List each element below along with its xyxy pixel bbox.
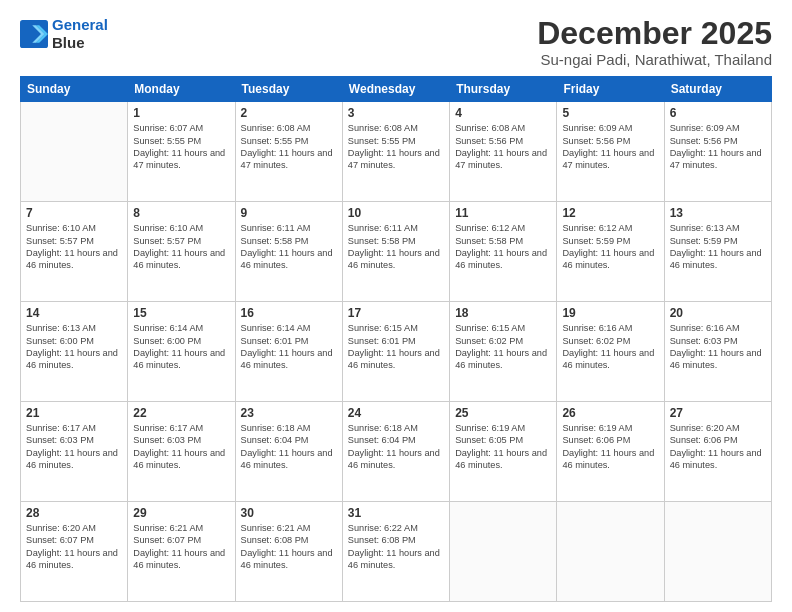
cell-date: 12 [562, 206, 658, 220]
cell-info: Sunrise: 6:10 AMSunset: 5:57 PMDaylight:… [26, 222, 122, 272]
calendar-cell: 11Sunrise: 6:12 AMSunset: 5:58 PMDayligh… [450, 202, 557, 302]
calendar-cell: 27Sunrise: 6:20 AMSunset: 6:06 PMDayligh… [664, 402, 771, 502]
calendar-cell: 17Sunrise: 6:15 AMSunset: 6:01 PMDayligh… [342, 302, 449, 402]
cell-date: 30 [241, 506, 337, 520]
calendar-week-0: 1Sunrise: 6:07 AMSunset: 5:55 PMDaylight… [21, 102, 772, 202]
cell-info: Sunrise: 6:09 AMSunset: 5:56 PMDaylight:… [670, 122, 766, 172]
calendar-cell: 29Sunrise: 6:21 AMSunset: 6:07 PMDayligh… [128, 502, 235, 602]
calendar-header-thursday: Thursday [450, 77, 557, 102]
cell-info: Sunrise: 6:19 AMSunset: 6:05 PMDaylight:… [455, 422, 551, 472]
cell-info: Sunrise: 6:08 AMSunset: 5:55 PMDaylight:… [348, 122, 444, 172]
logo-line2: Blue [52, 34, 108, 52]
cell-info: Sunrise: 6:14 AMSunset: 6:01 PMDaylight:… [241, 322, 337, 372]
cell-info: Sunrise: 6:20 AMSunset: 6:07 PMDaylight:… [26, 522, 122, 572]
calendar-table: SundayMondayTuesdayWednesdayThursdayFrid… [20, 76, 772, 602]
calendar-cell: 6Sunrise: 6:09 AMSunset: 5:56 PMDaylight… [664, 102, 771, 202]
calendar-cell: 13Sunrise: 6:13 AMSunset: 5:59 PMDayligh… [664, 202, 771, 302]
logo-icon [20, 20, 48, 48]
calendar-week-2: 14Sunrise: 6:13 AMSunset: 6:00 PMDayligh… [21, 302, 772, 402]
cell-info: Sunrise: 6:21 AMSunset: 6:07 PMDaylight:… [133, 522, 229, 572]
cell-date: 16 [241, 306, 337, 320]
calendar-header-wednesday: Wednesday [342, 77, 449, 102]
cell-date: 10 [348, 206, 444, 220]
cell-info: Sunrise: 6:16 AMSunset: 6:03 PMDaylight:… [670, 322, 766, 372]
cell-info: Sunrise: 6:11 AMSunset: 5:58 PMDaylight:… [241, 222, 337, 272]
calendar-week-4: 28Sunrise: 6:20 AMSunset: 6:07 PMDayligh… [21, 502, 772, 602]
main-title: December 2025 [537, 16, 772, 51]
subtitle: Su-ngai Padi, Narathiwat, Thailand [537, 51, 772, 68]
calendar-cell: 15Sunrise: 6:14 AMSunset: 6:00 PMDayligh… [128, 302, 235, 402]
cell-date: 5 [562, 106, 658, 120]
cell-date: 20 [670, 306, 766, 320]
cell-date: 2 [241, 106, 337, 120]
cell-info: Sunrise: 6:08 AMSunset: 5:55 PMDaylight:… [241, 122, 337, 172]
cell-date: 18 [455, 306, 551, 320]
calendar-cell: 31Sunrise: 6:22 AMSunset: 6:08 PMDayligh… [342, 502, 449, 602]
calendar-header-tuesday: Tuesday [235, 77, 342, 102]
calendar-week-3: 21Sunrise: 6:17 AMSunset: 6:03 PMDayligh… [21, 402, 772, 502]
calendar-cell: 21Sunrise: 6:17 AMSunset: 6:03 PMDayligh… [21, 402, 128, 502]
cell-date: 23 [241, 406, 337, 420]
cell-info: Sunrise: 6:07 AMSunset: 5:55 PMDaylight:… [133, 122, 229, 172]
calendar-week-1: 7Sunrise: 6:10 AMSunset: 5:57 PMDaylight… [21, 202, 772, 302]
cell-info: Sunrise: 6:16 AMSunset: 6:02 PMDaylight:… [562, 322, 658, 372]
page: General Blue December 2025 Su-ngai Padi,… [0, 0, 792, 612]
cell-info: Sunrise: 6:21 AMSunset: 6:08 PMDaylight:… [241, 522, 337, 572]
cell-info: Sunrise: 6:22 AMSunset: 6:08 PMDaylight:… [348, 522, 444, 572]
calendar-header-saturday: Saturday [664, 77, 771, 102]
cell-info: Sunrise: 6:15 AMSunset: 6:02 PMDaylight:… [455, 322, 551, 372]
title-block: December 2025 Su-ngai Padi, Narathiwat, … [537, 16, 772, 68]
cell-date: 28 [26, 506, 122, 520]
calendar-cell: 19Sunrise: 6:16 AMSunset: 6:02 PMDayligh… [557, 302, 664, 402]
calendar-cell: 18Sunrise: 6:15 AMSunset: 6:02 PMDayligh… [450, 302, 557, 402]
cell-date: 22 [133, 406, 229, 420]
calendar-cell: 1Sunrise: 6:07 AMSunset: 5:55 PMDaylight… [128, 102, 235, 202]
calendar-cell [450, 502, 557, 602]
cell-info: Sunrise: 6:17 AMSunset: 6:03 PMDaylight:… [26, 422, 122, 472]
cell-date: 21 [26, 406, 122, 420]
calendar-cell [664, 502, 771, 602]
cell-info: Sunrise: 6:14 AMSunset: 6:00 PMDaylight:… [133, 322, 229, 372]
cell-date: 27 [670, 406, 766, 420]
cell-date: 26 [562, 406, 658, 420]
cell-date: 8 [133, 206, 229, 220]
logo: General Blue [20, 16, 108, 52]
cell-info: Sunrise: 6:18 AMSunset: 6:04 PMDaylight:… [241, 422, 337, 472]
cell-date: 1 [133, 106, 229, 120]
calendar-cell: 22Sunrise: 6:17 AMSunset: 6:03 PMDayligh… [128, 402, 235, 502]
cell-info: Sunrise: 6:20 AMSunset: 6:06 PMDaylight:… [670, 422, 766, 472]
calendar-cell: 30Sunrise: 6:21 AMSunset: 6:08 PMDayligh… [235, 502, 342, 602]
calendar-cell [21, 102, 128, 202]
cell-date: 4 [455, 106, 551, 120]
cell-date: 25 [455, 406, 551, 420]
cell-info: Sunrise: 6:13 AMSunset: 6:00 PMDaylight:… [26, 322, 122, 372]
calendar-cell: 12Sunrise: 6:12 AMSunset: 5:59 PMDayligh… [557, 202, 664, 302]
calendar-cell: 9Sunrise: 6:11 AMSunset: 5:58 PMDaylight… [235, 202, 342, 302]
calendar-header-row: SundayMondayTuesdayWednesdayThursdayFrid… [21, 77, 772, 102]
calendar-cell: 16Sunrise: 6:14 AMSunset: 6:01 PMDayligh… [235, 302, 342, 402]
cell-info: Sunrise: 6:12 AMSunset: 5:58 PMDaylight:… [455, 222, 551, 272]
calendar-header-monday: Monday [128, 77, 235, 102]
cell-date: 14 [26, 306, 122, 320]
calendar-header-sunday: Sunday [21, 77, 128, 102]
calendar-cell [557, 502, 664, 602]
calendar-cell: 4Sunrise: 6:08 AMSunset: 5:56 PMDaylight… [450, 102, 557, 202]
cell-date: 9 [241, 206, 337, 220]
cell-date: 29 [133, 506, 229, 520]
calendar-cell: 8Sunrise: 6:10 AMSunset: 5:57 PMDaylight… [128, 202, 235, 302]
calendar-cell: 24Sunrise: 6:18 AMSunset: 6:04 PMDayligh… [342, 402, 449, 502]
cell-date: 3 [348, 106, 444, 120]
cell-date: 6 [670, 106, 766, 120]
cell-info: Sunrise: 6:17 AMSunset: 6:03 PMDaylight:… [133, 422, 229, 472]
calendar-cell: 2Sunrise: 6:08 AMSunset: 5:55 PMDaylight… [235, 102, 342, 202]
calendar-cell: 3Sunrise: 6:08 AMSunset: 5:55 PMDaylight… [342, 102, 449, 202]
calendar-cell: 7Sunrise: 6:10 AMSunset: 5:57 PMDaylight… [21, 202, 128, 302]
calendar-cell: 28Sunrise: 6:20 AMSunset: 6:07 PMDayligh… [21, 502, 128, 602]
cell-date: 17 [348, 306, 444, 320]
cell-info: Sunrise: 6:15 AMSunset: 6:01 PMDaylight:… [348, 322, 444, 372]
cell-date: 15 [133, 306, 229, 320]
logo-text: General Blue [52, 16, 108, 52]
calendar-cell: 14Sunrise: 6:13 AMSunset: 6:00 PMDayligh… [21, 302, 128, 402]
cell-date: 24 [348, 406, 444, 420]
cell-date: 7 [26, 206, 122, 220]
